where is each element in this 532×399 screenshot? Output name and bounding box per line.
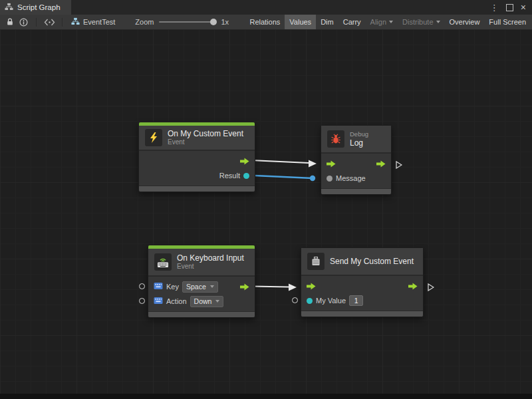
node-footer — [148, 311, 255, 317]
node-body: Result — [139, 150, 255, 186]
flow-output-port[interactable] — [376, 160, 386, 168]
fullscreen-button[interactable]: Full Screen — [484, 15, 531, 29]
node-category: Debug — [350, 130, 368, 138]
result-port-label: Result — [219, 172, 240, 180]
breadcrumb-label: EventTest — [83, 18, 115, 26]
wire-control-keyboard-to-send — [251, 287, 289, 287]
flow-output-port[interactable] — [408, 283, 418, 290]
node-subtitle: Event — [177, 263, 244, 271]
wire-layer — [0, 29, 532, 394]
wire-control-event-to-log — [251, 160, 309, 163]
bug-icon — [327, 130, 344, 148]
values-button[interactable]: Values — [285, 15, 316, 29]
carry-button[interactable]: Carry — [338, 15, 366, 29]
zoom-value: 1x — [221, 18, 229, 26]
node-body: Key Space Action Down — [148, 275, 255, 311]
message-input-port[interactable] — [327, 176, 332, 182]
node-title: On My Custom Event — [168, 129, 243, 138]
dropdown-caret-icon — [210, 285, 214, 288]
flow-output-port[interactable] — [240, 158, 249, 165]
lock-icon[interactable] — [3, 15, 17, 29]
keycode-type-icon — [154, 297, 163, 306]
keyboard-event-icon — [154, 253, 172, 271]
dim-button[interactable]: Dim — [316, 15, 338, 29]
flow-input-port[interactable] — [307, 283, 316, 290]
wire-endpoint-icon — [310, 176, 315, 181]
action-port-label: Action — [166, 297, 187, 305]
node-on-my-custom-event[interactable]: On My Custom Event Event Result — [138, 122, 255, 192]
relations-button[interactable]: Relations — [245, 15, 285, 29]
continuation-triangle-icon — [396, 160, 402, 172]
dropdown-caret-icon — [389, 21, 393, 23]
action-unconnected-port[interactable] — [139, 298, 145, 304]
maximize-icon[interactable] — [506, 4, 513, 11]
event-box-icon — [307, 253, 325, 270]
node-header: Send My Custom Event — [301, 248, 423, 275]
node-debug-log[interactable]: Debug Log Message — [321, 125, 392, 195]
distribute-dropdown-button[interactable]: Distribute — [398, 15, 444, 29]
wire-arrowhead-icon — [309, 160, 317, 168]
node-body: Message — [321, 152, 391, 188]
info-icon[interactable] — [17, 15, 30, 29]
tab-script-graph[interactable]: Script Graph — [0, 0, 71, 15]
script-graph-icon — [5, 3, 13, 12]
node-send-my-custom-event[interactable]: Send My Custom Event My Value 1 — [301, 247, 424, 317]
node-on-keyboard-input[interactable]: On Keyboard Input Event Key Space — [148, 245, 255, 318]
zoom-label: Zoom — [135, 18, 154, 26]
key-dropdown[interactable]: Space — [182, 281, 218, 293]
node-header: Debug Log — [321, 126, 391, 152]
toolbar-divider — [36, 18, 37, 27]
dropdown-caret-icon — [215, 300, 219, 303]
close-icon[interactable]: × — [521, 3, 526, 12]
node-footer — [139, 186, 255, 192]
window-edge — [0, 394, 532, 399]
overview-button[interactable]: Overview — [445, 15, 485, 29]
wire-arrowhead-icon — [289, 284, 297, 291]
graph-toolbar: EventTest Zoom 1x Relations Values Dim C… — [0, 15, 532, 30]
window-menu-icon[interactable]: ⋮ — [490, 3, 499, 12]
flow-input-port[interactable] — [327, 160, 336, 168]
graph-canvas[interactable]: On My Custom Event Event Result — [0, 29, 532, 394]
node-footer — [301, 311, 423, 317]
code-view-icon[interactable] — [43, 15, 56, 29]
node-header: On My Custom Event Event — [139, 126, 255, 150]
dropdown-caret-icon — [436, 21, 440, 23]
node-title: Log — [350, 138, 368, 148]
action-dropdown[interactable]: Down — [190, 296, 224, 307]
flow-output-port[interactable] — [240, 283, 249, 291]
toolbar-divider — [62, 18, 63, 27]
lightning-icon — [145, 129, 162, 146]
key-unconnected-port[interactable] — [139, 283, 145, 289]
node-subtitle: Event — [168, 138, 243, 146]
node-body: My Value 1 — [301, 275, 423, 311]
graph-asset-icon — [71, 17, 80, 27]
my-value-field[interactable]: 1 — [349, 295, 363, 306]
node-title: Send My Custom Event — [330, 257, 414, 266]
window-tab-bar: Script Graph ⋮ × — [0, 0, 532, 15]
result-output-port[interactable] — [243, 173, 249, 179]
wire-value-result-to-message — [247, 176, 313, 179]
zoom-knob[interactable] — [210, 19, 217, 25]
continuation-triangle-icon — [428, 282, 434, 294]
my-value-unconnected-port[interactable] — [292, 297, 298, 303]
message-port-label: Message — [336, 174, 366, 182]
my-value-input-port[interactable] — [307, 298, 313, 304]
tab-title: Script Graph — [17, 3, 61, 11]
align-dropdown-button[interactable]: Align — [366, 15, 398, 29]
node-title: On Keyboard Input — [177, 253, 244, 263]
keycode-type-icon — [154, 282, 163, 291]
node-header: On Keyboard Input Event — [148, 249, 255, 275]
key-port-label: Key — [166, 283, 179, 291]
zoom-slider[interactable] — [159, 21, 215, 23]
my-value-port-label: My Value — [316, 297, 346, 305]
breadcrumb[interactable]: EventTest — [68, 17, 118, 27]
node-footer — [321, 188, 391, 194]
